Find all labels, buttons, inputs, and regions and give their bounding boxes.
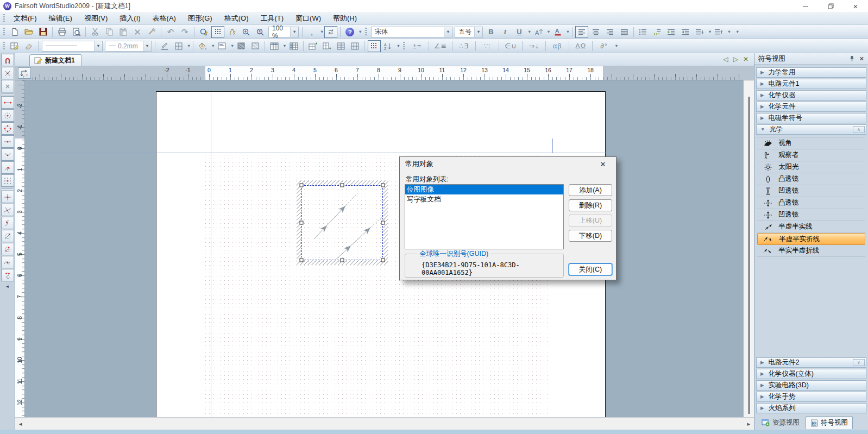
toolbar-collapse-button[interactable]: ◂ (1, 282, 14, 290)
symbol-item-convex-lens[interactable]: 凸透镜 (757, 173, 865, 185)
eraser-button[interactable] (22, 40, 35, 52)
symbol-item-sunlight[interactable]: 太阳光 (757, 161, 865, 173)
common-objects-listbox[interactable]: 位图图像 写字板文档 (405, 184, 564, 249)
snap-grid-toggle-button[interactable] (368, 40, 381, 52)
sort-button[interactable]: AZ (382, 40, 395, 52)
group-optics-expanded[interactable]: ▼光学∧ (756, 124, 866, 135)
line-width-dropdown-icon[interactable]: ▼ (143, 41, 151, 51)
scroll-right-icon[interactable]: ▸ (747, 420, 750, 427)
document-tab[interactable]: 新建文档1 (29, 54, 82, 66)
insert-column-button[interactable] (320, 40, 334, 52)
pen-style-button[interactable] (158, 40, 171, 52)
font-color-dropdown-icon[interactable]: ▼ (566, 29, 570, 34)
group-electromagnetics[interactable]: ▶电磁学符号 (756, 113, 866, 123)
menu-view[interactable]: 视图(V) (78, 12, 114, 24)
horizontal-ruler[interactable]: -2 -1 0 1 2 3 4 5 6 7 8 9 10 11 12 13 14… (33, 66, 743, 80)
snap-magnet-button[interactable] (1, 54, 14, 66)
math-angle-button[interactable]: ∠≌ (431, 40, 450, 52)
snap-center-button[interactable] (1, 109, 14, 122)
bold-button[interactable]: B (485, 26, 498, 38)
fill-dropdown-icon[interactable]: ▼ (211, 43, 215, 48)
draw-double-curve-button[interactable] (1, 256, 14, 268)
redo-button[interactable]: ↷ (178, 26, 191, 38)
add-button[interactable]: 添加(A) (569, 184, 612, 196)
math-arrow-button[interactable]: ⇒↓ (525, 40, 543, 52)
delete-button[interactable] (131, 26, 144, 38)
move-down-button[interactable]: 下移(D) (569, 230, 612, 242)
menu-insert[interactable]: 插入(I) (114, 12, 146, 24)
tab-close-icon[interactable]: ✕ (743, 55, 749, 63)
resize-handle-se[interactable] (381, 259, 385, 262)
sort-dropdown-icon[interactable]: ▼ (397, 43, 400, 48)
close-dialog-button[interactable]: 关闭(C) (569, 263, 612, 275)
line-spacing-up-button[interactable] (713, 26, 726, 38)
draw-circle-tangent-button[interactable] (1, 230, 14, 242)
list-item-bitmap[interactable]: 位图图像 (405, 185, 563, 194)
menu-help[interactable]: 帮助(H) (327, 12, 363, 24)
zoom-level-combo[interactable]: 100 %▼ (268, 27, 299, 37)
align-justify-button[interactable] (618, 26, 631, 38)
resize-handle-nw[interactable] (300, 184, 304, 187)
text-frame-dropdown-icon[interactable]: ▼ (230, 43, 234, 48)
dialog-close-icon[interactable]: ✕ (595, 157, 611, 171)
copy-button[interactable] (103, 26, 116, 38)
border-grid-button[interactable] (172, 40, 185, 52)
new-document-button[interactable] (8, 26, 21, 38)
format-painter-button[interactable] (145, 26, 158, 38)
dotted-guide-button[interactable] (651, 26, 664, 38)
punctuation-dropdown-icon[interactable]: ▼ (320, 29, 324, 34)
move-up-button[interactable]: 上移(U) (569, 215, 612, 227)
group-circuit1[interactable]: ▶电路元件1 (756, 79, 866, 89)
menu-tools[interactable]: 工具(T) (254, 12, 290, 24)
resize-handle-e[interactable] (381, 221, 385, 225)
line-spacing-dropdown-icon[interactable]: ▼ (708, 29, 712, 34)
selected-object[interactable] (301, 185, 383, 260)
snap-arc-button[interactable] (1, 148, 14, 161)
snap-intersection-button[interactable] (1, 67, 14, 79)
symbol-item-half-dashed-line[interactable]: 半虚半实线 (757, 221, 865, 233)
pattern-dark-button[interactable] (235, 40, 248, 52)
underline-style-dropdown-icon[interactable]: ▼ (527, 29, 531, 34)
snap-off-button[interactable] (1, 80, 14, 92)
draw-circle-curve-button[interactable] (1, 243, 14, 255)
symbol-item-observer[interactable]: 观察者 (757, 149, 865, 161)
snap-midpoint-button[interactable] (1, 135, 14, 148)
size-dropdown-icon[interactable]: ▼ (474, 27, 482, 37)
scroll-left-icon[interactable]: ◂ (19, 420, 22, 427)
text-frame-button[interactable] (216, 40, 229, 52)
menu-format[interactable]: 格式(O) (218, 12, 255, 24)
font-color-button[interactable]: A (551, 26, 564, 38)
punctuation-tool-button[interactable]: , (305, 26, 318, 38)
draw-point-button[interactable] (1, 191, 14, 203)
group-chem-instruments-3d[interactable]: ▶化学仪器(立体) (756, 369, 866, 379)
close-button[interactable]: × (843, 0, 868, 12)
menu-edit[interactable]: 编辑(E) (43, 12, 78, 24)
symbol-item-view-angle[interactable]: 视角 (757, 137, 865, 149)
symbol-item-half-solid-polyline[interactable]: 半实半虚折线 (757, 245, 865, 257)
menu-table[interactable]: 表格(A) (147, 12, 182, 24)
underline-button[interactable]: U (513, 26, 526, 38)
table-dropdown-icon[interactable]: ▼ (282, 43, 286, 48)
group-flame-series[interactable]: ▶火焰系列 (756, 403, 866, 413)
page-canvas[interactable]: 常用对象 ✕ 常用对象列表: 位图图像 写字板文档 添加(A) 删除(R) 上移… (25, 80, 743, 417)
menu-grip[interactable] (3, 14, 5, 23)
panel-close-icon[interactable]: ✕ (859, 55, 864, 62)
font-dropdown-icon[interactable]: ▼ (444, 27, 452, 37)
group-circuit2[interactable]: ▶电路元件2∨ (756, 357, 866, 368)
horizontal-scrollbar[interactable]: ◂ ▸ (15, 417, 754, 430)
resize-handle-sw[interactable] (300, 259, 304, 262)
menu-window[interactable]: 窗口(W) (290, 12, 327, 24)
help-button[interactable]: ? (343, 26, 356, 38)
draw-loop-button[interactable] (1, 269, 14, 281)
snap-curve-button[interactable] (1, 161, 14, 174)
open-button[interactable] (22, 26, 35, 38)
vertical-scrollbar-thumb[interactable] (748, 97, 750, 414)
indent-increase-button[interactable] (679, 26, 692, 38)
snap-grid-button[interactable] (1, 174, 14, 187)
math-therefore-button[interactable]: ∴∃ (455, 40, 473, 52)
restore-button[interactable] (818, 0, 843, 12)
char-scale-dropdown-icon[interactable]: ▼ (546, 29, 550, 34)
pin-icon[interactable] (849, 55, 855, 62)
print-preview-button[interactable] (70, 26, 83, 38)
tab-prev-icon[interactable]: ◁ (723, 55, 728, 63)
